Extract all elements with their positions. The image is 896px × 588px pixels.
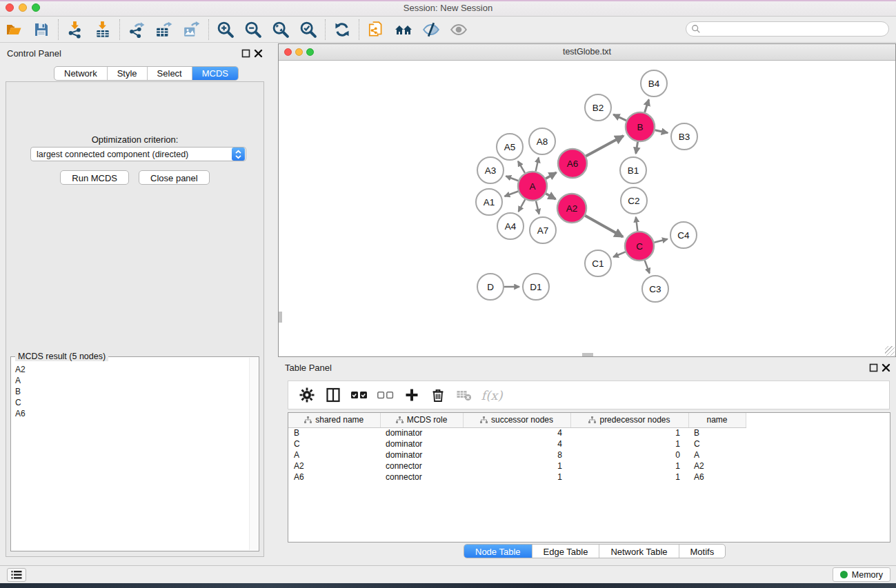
hide-graphics-details-icon[interactable] xyxy=(417,19,445,41)
table-cell[interactable]: 0 xyxy=(570,449,688,460)
table-cell[interactable]: A2 xyxy=(288,460,380,472)
new-session-from-network-icon[interactable] xyxy=(362,19,390,41)
node-table-body[interactable]: Bdominator41BCdominator41CAdominator80AA… xyxy=(288,427,757,483)
mcds-result-list[interactable]: A2ABCA6 xyxy=(12,361,249,550)
create-column-icon[interactable] xyxy=(399,383,425,407)
table-cell[interactable]: A6 xyxy=(288,472,380,483)
home-icon[interactable] xyxy=(390,19,417,41)
zoom-in-icon[interactable] xyxy=(212,19,239,41)
run-mcds-button[interactable]: Run MCDS xyxy=(60,170,129,185)
mcds-result-item[interactable]: A xyxy=(15,375,249,386)
zoom-fit-icon[interactable] xyxy=(267,19,295,41)
graph-edge-A-A7[interactable] xyxy=(536,201,539,214)
open-file-icon[interactable] xyxy=(0,19,28,41)
table-cell[interactable]: 1 xyxy=(463,472,570,483)
search-field[interactable] xyxy=(686,21,889,37)
split-panel-icon[interactable] xyxy=(320,383,346,407)
column-header-name[interactable]: name xyxy=(688,413,746,427)
table-cell[interactable]: dominator xyxy=(380,427,463,438)
table-cell[interactable]: A2 xyxy=(688,460,746,472)
table-cell[interactable]: 1 xyxy=(463,460,570,472)
mcds-result-item[interactable]: A6 xyxy=(15,408,249,419)
graph-edge-B-B2[interactable] xyxy=(613,114,626,121)
tab-network-table[interactable]: Network Table xyxy=(599,545,679,558)
table-cell[interactable]: B xyxy=(688,427,746,438)
tab-select[interactable]: Select xyxy=(148,67,192,80)
table-cell[interactable]: 1 xyxy=(570,460,688,472)
import-network-icon[interactable] xyxy=(61,19,89,41)
tab-node-table[interactable]: Node Table xyxy=(464,545,532,558)
table-cell[interactable]: dominator xyxy=(380,449,463,460)
column-header-successor-nodes[interactable]: successor nodes xyxy=(463,413,570,427)
close-panel-button[interactable]: Close panel xyxy=(139,170,210,185)
table-cell[interactable]: A xyxy=(288,449,380,460)
table-cell[interactable]: 4 xyxy=(463,438,570,449)
graph-edge-C-C3[interactable] xyxy=(645,261,650,274)
graph-edge-A-A5[interactable] xyxy=(518,161,525,173)
table-cell[interactable]: 1 xyxy=(570,427,688,438)
network-canvas[interactable]: B4B2BB3A5A8A3A6B1AA1A2C2A4A7C4CC1C3DD1 xyxy=(279,61,895,356)
table-cell[interactable]: connector xyxy=(380,460,463,472)
deselect-all-checkboxes-icon[interactable] xyxy=(372,383,399,407)
table-row[interactable]: A2connector11A2 xyxy=(288,460,757,472)
table-cell[interactable]: 1 xyxy=(570,438,688,449)
graph-edge-A-A8[interactable] xyxy=(536,157,539,171)
close-panel-icon[interactable] xyxy=(254,49,263,58)
task-history-button[interactable] xyxy=(7,568,26,582)
graph-edge-A-A1[interactable] xyxy=(505,192,519,196)
column-header-predecessor-nodes[interactable]: predecessor nodes xyxy=(570,413,688,427)
tab-style[interactable]: Style xyxy=(108,67,148,80)
search-input[interactable] xyxy=(701,24,873,34)
tab-edge-table[interactable]: Edge Table xyxy=(532,545,600,558)
function-builder-icon[interactable]: f(x) xyxy=(477,383,504,407)
mcds-result-item[interactable]: B xyxy=(15,386,249,397)
graph-edge-B-B1[interactable] xyxy=(636,142,638,154)
table-row[interactable]: Bdominator41B xyxy=(288,427,757,438)
table-cell[interactable]: C xyxy=(688,438,746,449)
table-cell[interactable]: 1 xyxy=(570,472,688,483)
export-image-icon[interactable] xyxy=(178,19,206,41)
table-cell[interactable]: 4 xyxy=(463,427,570,438)
refresh-view-icon[interactable] xyxy=(328,19,356,41)
graph-edge-A-A4[interactable] xyxy=(519,199,526,212)
node-table-header[interactable]: shared nameMCDS rolesuccessor nodesprede… xyxy=(288,413,757,427)
window-resize-grip[interactable] xyxy=(885,346,895,356)
save-session-icon[interactable] xyxy=(28,19,55,41)
table-row[interactable]: Cdominator41C xyxy=(288,438,757,449)
float-panel-icon[interactable] xyxy=(869,363,878,372)
mcds-result-item[interactable]: C xyxy=(15,397,249,408)
table-cell[interactable]: A6 xyxy=(688,472,746,483)
export-network-icon[interactable] xyxy=(123,19,150,41)
table-row[interactable]: A6connector11A6 xyxy=(288,472,757,483)
graph-edge-A-A2[interactable] xyxy=(546,194,555,199)
table-cell[interactable]: 8 xyxy=(463,449,570,460)
graph-edge-B-B4[interactable] xyxy=(645,99,649,112)
table-cell[interactable]: B xyxy=(288,427,380,438)
select-all-checkboxes-icon[interactable] xyxy=(346,383,372,407)
export-table-icon[interactable] xyxy=(150,19,178,41)
result-list-scrollbar[interactable] xyxy=(249,358,258,550)
table-mode-gear-icon[interactable] xyxy=(294,383,320,407)
tab-mcds[interactable]: MCDS xyxy=(192,67,238,80)
import-table-icon[interactable] xyxy=(89,19,117,41)
table-row[interactable]: Adominator80A xyxy=(288,449,757,460)
delete-columns-icon[interactable] xyxy=(425,383,451,407)
graph-edge-A-A3[interactable] xyxy=(506,176,518,181)
memory-button[interactable]: Memory xyxy=(833,567,890,582)
graph-edge-C-C4[interactable] xyxy=(654,239,667,243)
mcds-result-item[interactable]: A2 xyxy=(15,364,249,375)
show-graphics-details-icon[interactable] xyxy=(445,19,472,41)
graph-edge-A-A6[interactable] xyxy=(546,172,556,179)
graph-edge-A6-B[interactable] xyxy=(586,136,623,156)
float-panel-icon[interactable] xyxy=(241,49,250,58)
column-header-MCDS-role[interactable]: MCDS role xyxy=(380,413,463,427)
graph-edge-C-C2[interactable] xyxy=(636,217,637,231)
graph-edge-C-C1[interactable] xyxy=(613,252,626,256)
table-cell[interactable]: A xyxy=(688,449,746,460)
graph-edge-B-B3[interactable] xyxy=(655,130,668,133)
table-cell[interactable]: dominator xyxy=(380,438,463,449)
tab-network[interactable]: Network xyxy=(54,67,108,80)
tab-motifs[interactable]: Motifs xyxy=(679,545,726,558)
zoom-out-icon[interactable] xyxy=(239,19,267,41)
column-header-shared-name[interactable]: shared name xyxy=(288,413,380,427)
